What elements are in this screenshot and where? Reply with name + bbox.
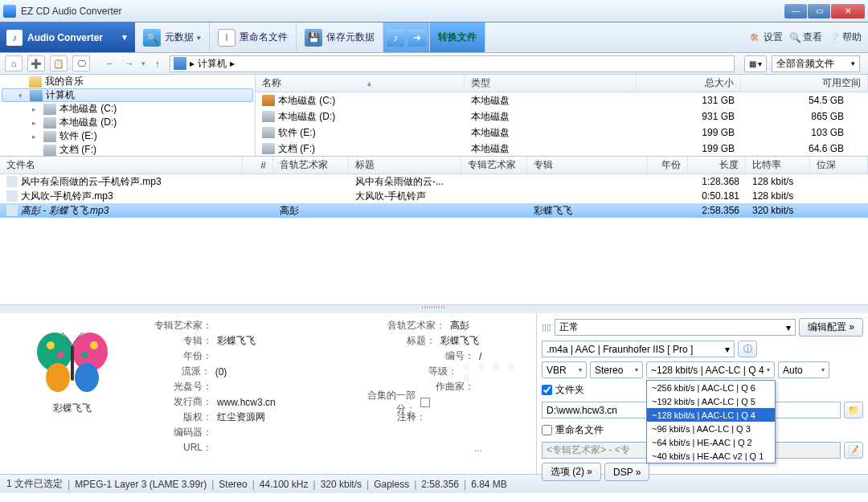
mode-audio-converter[interactable]: ♪ Audio Converter ▼ bbox=[0, 22, 135, 52]
svg-point-7 bbox=[81, 352, 88, 358]
wrench-icon: 🛠 bbox=[750, 32, 761, 43]
main-toolbar: ♪ Audio Converter ▼ 🔍 元数据▾ I 重命名文件 💾 保存元… bbox=[0, 22, 868, 53]
svg-point-3 bbox=[75, 363, 99, 392]
view-mode-button[interactable]: ▦ ▾ bbox=[744, 55, 767, 72]
tree-node-music[interactable]: 我的音乐 bbox=[0, 75, 255, 88]
remove-button[interactable]: 📋 bbox=[50, 55, 68, 71]
folder-button[interactable]: 🖵 bbox=[72, 55, 90, 71]
quality-option[interactable]: ~96 kbit/s | AAC-LC | Q 3 bbox=[647, 422, 775, 435]
fcol-artist[interactable]: 音轨艺术家 bbox=[273, 157, 349, 173]
mode-icon: ▯▯ bbox=[542, 322, 551, 333]
help-link[interactable]: ❔帮助 bbox=[829, 31, 862, 44]
drive-list: 名称▲ 类型 总大小 可用空间 本地磁盘 (C:)本地磁盘131 GB54.5 … bbox=[256, 75, 868, 156]
quality-option[interactable]: ~128 kbit/s | AAC-LC | Q 4 bbox=[647, 408, 775, 422]
splitter-handle[interactable] bbox=[0, 305, 868, 309]
titlebar: EZ CD Audio Converter — ▭ ✕ bbox=[0, 0, 868, 22]
options-button[interactable]: 选项 (2) » bbox=[542, 463, 601, 481]
back-button[interactable]: ← bbox=[103, 55, 117, 71]
col-name[interactable]: 名称▲ bbox=[256, 75, 465, 92]
metadata-panel: 专辑艺术家：音轨艺术家：高彭 专辑：彩蝶飞飞标题：彩蝶飞飞 年份：编号：/ 流派… bbox=[145, 313, 536, 474]
dsp-button[interactable]: DSP » bbox=[604, 463, 649, 481]
tree-node-drive-f[interactable]: 文档 (F:) bbox=[14, 143, 255, 156]
dropdown-arrow-icon: ▼ bbox=[121, 33, 129, 42]
quality-dropdown[interactable]: ~256 kbit/s | AAC-LC | Q 6~192 kbit/s | … bbox=[646, 380, 776, 463]
add-button[interactable]: ➕ bbox=[27, 55, 45, 71]
metadata-icon: 🔍 bbox=[143, 29, 161, 47]
file-row[interactable]: 高彭 - 彩蝶飞飞.mp3高彭彩蝶飞飞2:58.356320 kbit/s bbox=[0, 203, 868, 218]
compilation-checkbox[interactable] bbox=[420, 398, 430, 407]
edit-config-button[interactable]: 编辑配置 » bbox=[799, 318, 863, 337]
rename-config-button[interactable]: 📝 bbox=[844, 442, 863, 459]
breadcrumb[interactable]: ▸ 计算机 ▸ bbox=[170, 55, 735, 72]
save-metadata-button[interactable]: 💾 保存元数据 bbox=[297, 22, 383, 52]
encoding-panel: ▯▯ 正常▾ 编辑配置 » .m4a | AAC | Fraunhofer II… bbox=[537, 313, 868, 474]
folder-tree[interactable]: 我的音乐 ▾计算机 ▸本地磁盘 (C:) ▸本地磁盘 (D:) ▸软件 (E:)… bbox=[0, 75, 256, 156]
fcol-album[interactable]: 专辑 bbox=[527, 157, 648, 173]
quality-option[interactable]: ~192 kbit/s | AAC-LC | Q 5 bbox=[647, 394, 775, 408]
album-art-panel: 彩蝶飞飞 bbox=[0, 313, 145, 474]
convert-icon-group[interactable]: ♪ ➜ bbox=[383, 22, 430, 52]
home-button[interactable]: ⌂ bbox=[5, 55, 23, 71]
format-select[interactable]: .m4a | AAC | Fraunhofer IIS [ Pro ]▾ bbox=[542, 341, 735, 357]
vbr-select[interactable]: VBR▾ bbox=[542, 361, 587, 378]
convert-files-button[interactable]: 转换文件 bbox=[430, 22, 485, 52]
drive-row[interactable]: 软件 (E:)本地磁盘199 GB103 GB bbox=[256, 124, 868, 141]
computer-icon bbox=[174, 57, 186, 70]
browse-folder-button[interactable]: 📁 bbox=[844, 402, 863, 418]
fcol-albumartist[interactable]: 专辑艺术家 bbox=[461, 157, 527, 173]
fcol-file[interactable]: 文件名 bbox=[0, 157, 243, 173]
tree-node-computer[interactable]: ▾计算机 bbox=[2, 88, 253, 102]
output-folder-check[interactable]: 文件夹 bbox=[542, 382, 584, 398]
file-filter-select[interactable]: 全部音频文件▾ bbox=[772, 55, 860, 72]
fcol-length[interactable]: 长度 bbox=[688, 157, 746, 173]
fcol-bitrate[interactable]: 比特率 bbox=[746, 157, 810, 173]
svg-point-6 bbox=[90, 341, 98, 349]
tree-node-drive-d[interactable]: ▸本地磁盘 (D:) bbox=[14, 116, 255, 129]
tree-node-drive-c[interactable]: ▸本地磁盘 (C:) bbox=[14, 102, 255, 116]
up-button[interactable]: ↑ bbox=[150, 55, 165, 71]
help-icon: ❔ bbox=[829, 32, 840, 43]
file-row[interactable]: 大风吹-手机铃声.mp3大风吹-手机铃声0:50.181128 kbit/s bbox=[0, 189, 868, 203]
rename-files-check[interactable]: 重命名文件 bbox=[542, 422, 604, 438]
album-art-image[interactable] bbox=[28, 328, 117, 397]
drive-row[interactable]: 本地磁盘 (D:)本地磁盘931 GB865 GB bbox=[256, 108, 868, 124]
format-info-button[interactable]: ⓘ bbox=[738, 341, 757, 357]
maximize-button[interactable]: ▭ bbox=[808, 4, 830, 18]
window-title: EZ CD Audio Converter bbox=[21, 6, 784, 17]
metadata-button[interactable]: 🔍 元数据▾ bbox=[135, 22, 210, 52]
view-link[interactable]: 🔍查看 bbox=[789, 31, 822, 44]
file-row[interactable]: 风中有朵雨做的云-手机铃声.mp3风中有朵雨做的云-...1:28.368128… bbox=[0, 174, 868, 189]
quality-option[interactable]: ~256 kbit/s | AAC-LC | Q 6 bbox=[647, 381, 775, 394]
fcol-depth[interactable]: 位深 bbox=[810, 157, 868, 173]
settings-link[interactable]: 🛠设置 bbox=[750, 31, 783, 44]
close-button[interactable]: ✕ bbox=[831, 4, 865, 18]
channels-select[interactable]: Stereo▾ bbox=[590, 361, 643, 378]
drive-row[interactable]: 本地磁盘 (C:)本地磁盘131 GB54.5 GB bbox=[256, 92, 868, 108]
drive-row[interactable]: 文档 (F:)本地磁盘199 GB64.6 GB bbox=[256, 141, 868, 157]
forward-button[interactable]: → bbox=[122, 55, 137, 71]
col-type[interactable]: 类型 bbox=[465, 75, 637, 92]
drive-icon bbox=[43, 145, 56, 156]
more-link[interactable]: ... bbox=[474, 443, 482, 454]
file-list[interactable]: 风中有朵雨做的云-手机铃声.mp3风中有朵雨做的云-...1:28.368128… bbox=[0, 174, 868, 218]
arrow-icon: ➜ bbox=[408, 29, 426, 47]
fcol-num[interactable]: # bbox=[243, 157, 273, 173]
quality-select[interactable]: ~128 kbit/s | AAC-LC | Q 4▾ bbox=[646, 361, 775, 378]
auto-select[interactable]: Auto▾ bbox=[778, 361, 829, 378]
folder-icon bbox=[29, 76, 42, 88]
minimize-button[interactable]: — bbox=[784, 4, 807, 18]
drive-icon bbox=[43, 117, 56, 129]
publisher-link[interactable]: www.hcw3.cn bbox=[217, 397, 276, 408]
rename-files-button[interactable]: I 重命名文件 bbox=[210, 22, 297, 52]
fcol-year[interactable]: 年份 bbox=[648, 157, 688, 173]
col-free[interactable]: 可用空间 bbox=[741, 75, 868, 92]
encoding-mode-select[interactable]: 正常▾ bbox=[555, 319, 796, 336]
quality-option[interactable]: ~40 kbit/s | HE-AAC v2 | Q 1 bbox=[647, 449, 775, 463]
drive-icon bbox=[43, 131, 56, 142]
col-total[interactable]: 总大小 bbox=[637, 75, 741, 92]
file-header: 文件名 # 音轨艺术家 标题 专辑艺术家 专辑 年份 长度 比特率 位深 bbox=[0, 157, 868, 174]
quality-option[interactable]: ~64 kbit/s | HE-AAC | Q 2 bbox=[647, 435, 775, 449]
album-art-title: 彩蝶飞飞 bbox=[53, 402, 92, 415]
fcol-title[interactable]: 标题 bbox=[349, 157, 461, 173]
tree-node-drive-e[interactable]: ▸软件 (E:) bbox=[14, 129, 255, 143]
